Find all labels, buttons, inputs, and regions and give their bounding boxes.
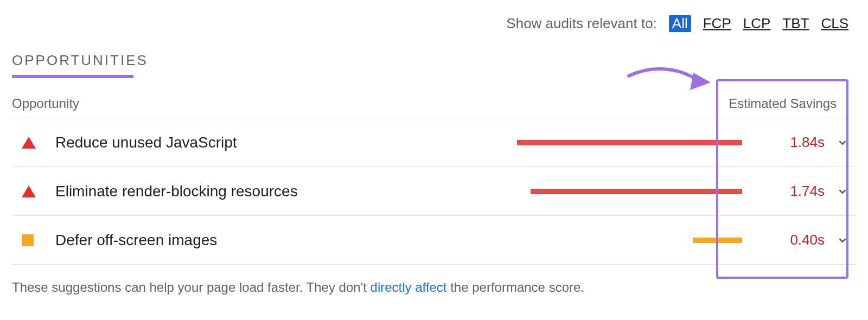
opportunity-label: Defer off-screen images: [55, 232, 446, 249]
severity-square-icon: [12, 234, 55, 246]
savings-value: 1.84s: [742, 134, 829, 151]
savings-bar-fill: [693, 238, 742, 243]
section-title-underline: [12, 75, 133, 78]
savings-bar-fill: [531, 189, 742, 194]
savings-bar: [517, 189, 742, 194]
filter-lcp[interactable]: LCP: [743, 15, 771, 32]
table-row[interactable]: Defer off-screen images 0.40s: [12, 216, 856, 265]
section-title: OPPORTUNITIES: [12, 52, 148, 75]
chevron-down-icon[interactable]: [829, 234, 856, 246]
filter-tbt[interactable]: TBT: [782, 15, 809, 32]
filter-cls[interactable]: CLS: [821, 15, 848, 32]
footer-text-post: the performance score.: [447, 280, 584, 295]
footer-text-pre: These suggestions can help your page loa…: [12, 280, 371, 295]
filter-all[interactable]: All: [669, 15, 691, 32]
savings-bar-fill: [517, 140, 742, 145]
savings-bar: [517, 238, 742, 243]
lighthouse-opportunities-panel: Show audits relevant to: All FCP LCP TBT…: [0, 0, 868, 320]
footer-link[interactable]: directly affect: [371, 280, 447, 295]
chevron-down-icon[interactable]: [829, 137, 856, 149]
severity-triangle-icon: [12, 137, 55, 149]
table-row[interactable]: Reduce unused JavaScript 1.84s: [12, 118, 856, 167]
filter-fcp[interactable]: FCP: [703, 15, 731, 32]
audit-filter-label: Show audits relevant to:: [506, 15, 657, 32]
col-header-opportunity: Opportunity: [12, 96, 446, 111]
opportunity-label: Reduce unused JavaScript: [55, 134, 446, 151]
opportunities-table: Opportunity Estimated Savings Reduce unu…: [12, 89, 856, 265]
chevron-down-icon[interactable]: [829, 185, 856, 197]
footer-note: These suggestions can help your page loa…: [12, 280, 584, 295]
opportunity-label: Eliminate render-blocking resources: [55, 183, 446, 200]
svg-marker-0: [690, 73, 711, 90]
audit-filter-bar: Show audits relevant to: All FCP LCP TBT…: [506, 15, 848, 32]
savings-bar: [517, 140, 742, 145]
savings-value: 1.74s: [742, 183, 829, 200]
severity-triangle-icon: [12, 185, 55, 197]
table-row[interactable]: Eliminate render-blocking resources 1.74…: [12, 167, 856, 216]
table-header-row: Opportunity Estimated Savings: [12, 89, 856, 118]
col-header-savings: Estimated Savings: [729, 96, 856, 111]
savings-value: 0.40s: [742, 232, 829, 248]
